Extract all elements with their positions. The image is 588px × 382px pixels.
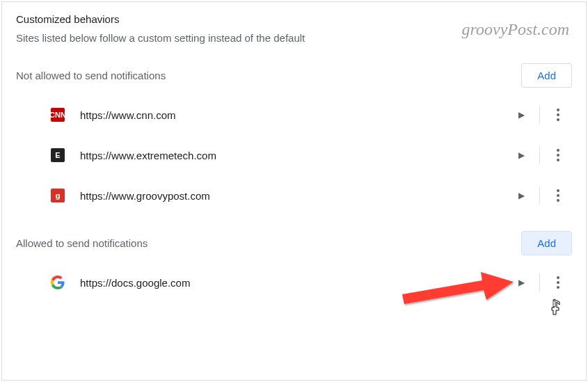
svg-point-2 <box>557 118 559 121</box>
favicon-extremetech-icon: E <box>51 148 65 162</box>
site-url: https://docs.google.com <box>80 277 507 289</box>
blocked-label: Not allowed to send notifications <box>16 70 166 81</box>
svg-point-1 <box>557 113 559 116</box>
details-arrow-icon[interactable]: ▶ <box>507 150 535 160</box>
site-url: https://www.cnn.com <box>80 109 507 121</box>
details-arrow-icon[interactable]: ▶ <box>507 191 535 200</box>
more-menu-icon[interactable] <box>544 149 572 161</box>
divider <box>539 106 540 124</box>
svg-point-9 <box>557 276 559 279</box>
svg-point-8 <box>557 199 559 202</box>
svg-point-5 <box>557 159 559 161</box>
allowed-section-header: Allowed to send notifications Add <box>2 216 586 262</box>
site-row[interactable]: E https://www.extremetech.com ▶ <box>2 135 586 175</box>
blocked-section-header: Not allowed to send notifications Add <box>2 56 586 95</box>
svg-point-10 <box>557 281 559 284</box>
site-row[interactable]: g https://www.groovypost.com ▶ <box>2 175 586 216</box>
more-menu-icon[interactable] <box>544 109 572 121</box>
site-row[interactable]: https://docs.google.com ▶ <box>2 262 586 303</box>
svg-point-11 <box>557 286 559 289</box>
favicon-google-icon <box>51 276 65 289</box>
more-menu-icon[interactable] <box>544 276 572 289</box>
svg-point-7 <box>557 194 559 197</box>
details-arrow-icon[interactable]: ▶ <box>507 278 535 287</box>
favicon-groovypost-icon: g <box>51 189 65 202</box>
settings-panel: groovyPost.com Customized behaviors Site… <box>1 1 587 381</box>
row-actions: ▶ <box>507 146 572 164</box>
site-row[interactable]: CNN https://www.cnn.com ▶ <box>2 95 586 135</box>
divider <box>539 273 540 292</box>
more-menu-icon[interactable] <box>544 189 572 202</box>
favicon-cnn-icon: CNN <box>51 108 65 122</box>
row-actions: ▶ <box>507 186 572 205</box>
section-subtitle: Sites listed below follow a custom setti… <box>2 29 586 56</box>
details-arrow-icon[interactable]: ▶ <box>507 110 535 120</box>
svg-point-3 <box>557 149 559 152</box>
add-blocked-button[interactable]: Add <box>521 63 572 88</box>
divider <box>539 186 540 205</box>
svg-point-6 <box>557 189 559 192</box>
svg-point-0 <box>557 109 559 111</box>
allowed-label: Allowed to send notifications <box>16 237 148 249</box>
row-actions: ▶ <box>507 273 572 292</box>
site-url: https://www.groovypost.com <box>80 190 507 202</box>
add-allowed-button[interactable]: Add <box>521 231 572 255</box>
site-url: https://www.extremetech.com <box>80 150 507 161</box>
row-actions: ▶ <box>507 106 572 124</box>
section-title: Customized behaviors <box>2 2 586 29</box>
divider <box>539 146 540 164</box>
svg-point-4 <box>557 154 559 157</box>
